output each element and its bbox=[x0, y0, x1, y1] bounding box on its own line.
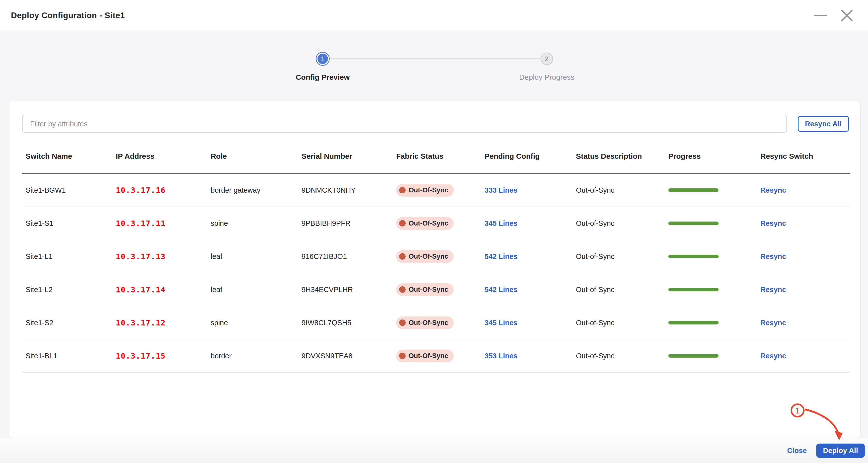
table-header-row: Switch Name IP Address Role Serial Numbe… bbox=[22, 140, 850, 174]
switch-name-cell: Site1-S2 bbox=[22, 319, 112, 327]
col-header-progress: Progress bbox=[665, 152, 757, 161]
progress-bar bbox=[668, 354, 719, 357]
role-cell: spine bbox=[207, 219, 298, 228]
role-cell: leaf bbox=[207, 286, 298, 294]
switch-name-cell: Site1-L1 bbox=[22, 253, 112, 261]
wizard-stepper: 1 2 Config Preview Deploy Progress bbox=[0, 31, 868, 102]
dialog-footer: Close Deploy All bbox=[0, 438, 868, 463]
page-title: Deploy Configuration - Site1 bbox=[11, 11, 125, 20]
table-row: Site1-S2 10.3.17.12 spine 9IW8CL7QSH5 Ou… bbox=[22, 306, 850, 339]
table-row: Site1-L2 10.3.17.14 leaf 9H34ECVPLHR Out… bbox=[22, 273, 850, 306]
col-header-ip-address: IP Address bbox=[112, 152, 207, 161]
fabric-status-label: Out-Of-Sync bbox=[409, 220, 448, 227]
serial-number-cell: 9DNMCKT0NHY bbox=[298, 186, 393, 194]
serial-number-cell: 9IW8CL7QSH5 bbox=[298, 319, 393, 327]
status-dot-icon bbox=[399, 286, 406, 293]
close-button[interactable] bbox=[840, 9, 854, 22]
fabric-status-label: Out-Of-Sync bbox=[409, 286, 448, 294]
resync-link[interactable]: Resync bbox=[761, 352, 786, 360]
ip-address-cell: 10.3.17.13 bbox=[112, 252, 207, 261]
switch-name-cell: Site1-BGW1 bbox=[22, 186, 112, 194]
pending-config-link[interactable]: 345 Lines bbox=[485, 219, 518, 227]
resync-all-button[interactable]: Resync All bbox=[798, 116, 849, 132]
table-row: Site1-BGW1 10.3.17.16 border gateway 9DN… bbox=[22, 174, 850, 207]
fabric-status-badge: Out-Of-Sync bbox=[396, 283, 454, 296]
serial-number-cell: 9H34ECVPLHR bbox=[298, 286, 393, 294]
window-controls bbox=[814, 9, 854, 22]
progress-bar bbox=[668, 255, 719, 258]
col-header-status-description: Status Description bbox=[572, 152, 665, 161]
col-header-serial-number: Serial Number bbox=[298, 152, 393, 161]
minimize-icon bbox=[814, 9, 827, 22]
step-2-label: Deploy Progress bbox=[519, 73, 575, 82]
table-row: Site1-BL1 10.3.17.15 border 9DVXSN9TEA8 … bbox=[22, 339, 850, 373]
serial-number-cell: 916C71IBJO1 bbox=[298, 253, 393, 261]
stepper-connector bbox=[330, 58, 540, 59]
window-titlebar: Deploy Configuration - Site1 bbox=[0, 0, 868, 31]
serial-number-cell: 9PBBIBH9PFR bbox=[298, 219, 393, 228]
ip-address-cell: 10.3.17.15 bbox=[112, 352, 207, 360]
ip-address-cell: 10.3.17.14 bbox=[112, 285, 207, 294]
minimize-button[interactable] bbox=[814, 9, 827, 22]
role-cell: border bbox=[207, 352, 298, 360]
pending-config-link[interactable]: 542 Lines bbox=[485, 253, 518, 260]
col-header-switch-name: Switch Name bbox=[22, 152, 112, 161]
pending-config-link[interactable]: 542 Lines bbox=[485, 286, 518, 294]
pending-config-link[interactable]: 353 Lines bbox=[485, 352, 518, 360]
role-cell: spine bbox=[207, 319, 298, 327]
resync-link[interactable]: Resync bbox=[761, 286, 786, 294]
step-1-number: 1 bbox=[317, 54, 328, 64]
close-icon bbox=[840, 9, 854, 22]
status-dot-icon bbox=[399, 319, 406, 326]
ip-address-cell: 10.3.17.12 bbox=[112, 318, 207, 327]
col-header-pending-config: Pending Config bbox=[481, 152, 572, 161]
annotation-arrow-icon bbox=[794, 402, 846, 443]
fabric-status-badge: Out-Of-Sync bbox=[396, 350, 454, 362]
ip-address-cell: 10.3.17.16 bbox=[112, 186, 207, 195]
table-toolbar: Resync All bbox=[22, 115, 849, 133]
step-2-indicator: 2 bbox=[540, 53, 553, 65]
pending-config-link[interactable]: 333 Lines bbox=[485, 186, 518, 194]
filter-input[interactable] bbox=[22, 115, 787, 133]
status-description-cell: Out-of-Sync bbox=[572, 352, 665, 360]
switch-name-cell: Site1-S1 bbox=[22, 219, 112, 228]
col-header-resync-switch: Resync Switch bbox=[757, 152, 850, 161]
status-dot-icon bbox=[399, 353, 406, 359]
status-description-cell: Out-of-Sync bbox=[572, 319, 665, 327]
switch-name-cell: Site1-BL1 bbox=[22, 352, 112, 360]
step-1-indicator: 1 bbox=[316, 52, 330, 66]
status-dot-icon bbox=[399, 253, 406, 260]
step-1-label: Config Preview bbox=[296, 73, 350, 82]
table-row: Site1-S1 10.3.17.11 spine 9PBBIBH9PFR Ou… bbox=[22, 207, 850, 240]
deploy-all-button[interactable]: Deploy All bbox=[816, 443, 865, 458]
fabric-status-label: Out-Of-Sync bbox=[409, 186, 448, 194]
fabric-status-label: Out-Of-Sync bbox=[409, 352, 448, 360]
pending-config-link[interactable]: 345 Lines bbox=[485, 319, 518, 327]
switches-table: Switch Name IP Address Role Serial Numbe… bbox=[22, 140, 850, 373]
resync-link[interactable]: Resync bbox=[761, 219, 786, 227]
fabric-status-badge: Out-Of-Sync bbox=[396, 217, 454, 230]
resync-link[interactable]: Resync bbox=[761, 186, 786, 194]
status-description-cell: Out-of-Sync bbox=[572, 219, 665, 228]
fabric-status-badge: Out-Of-Sync bbox=[396, 250, 454, 263]
col-header-role: Role bbox=[207, 152, 298, 161]
resync-link[interactable]: Resync bbox=[761, 319, 786, 327]
fabric-status-label: Out-Of-Sync bbox=[409, 319, 448, 327]
status-description-cell: Out-of-Sync bbox=[572, 286, 665, 294]
status-dot-icon bbox=[399, 187, 406, 193]
status-dot-icon bbox=[399, 220, 406, 227]
step-2-number: 2 bbox=[545, 55, 549, 63]
progress-bar bbox=[668, 222, 719, 225]
fabric-status-badge: Out-Of-Sync bbox=[396, 316, 454, 329]
status-description-cell: Out-of-Sync bbox=[572, 186, 665, 194]
table-row: Site1-L1 10.3.17.13 leaf 916C71IBJO1 Out… bbox=[22, 240, 850, 273]
role-cell: border gateway bbox=[207, 186, 298, 194]
status-description-cell: Out-of-Sync bbox=[572, 253, 665, 261]
switch-name-cell: Site1-L2 bbox=[22, 286, 112, 294]
close-dialog-link[interactable]: Close bbox=[787, 446, 807, 455]
resync-link[interactable]: Resync bbox=[761, 253, 786, 260]
fabric-status-label: Out-Of-Sync bbox=[409, 253, 448, 260]
progress-bar bbox=[668, 321, 719, 324]
config-preview-card: Resync All Switch Name IP Address Role S… bbox=[8, 101, 861, 438]
col-header-fabric-status: Fabric Status bbox=[393, 152, 481, 161]
